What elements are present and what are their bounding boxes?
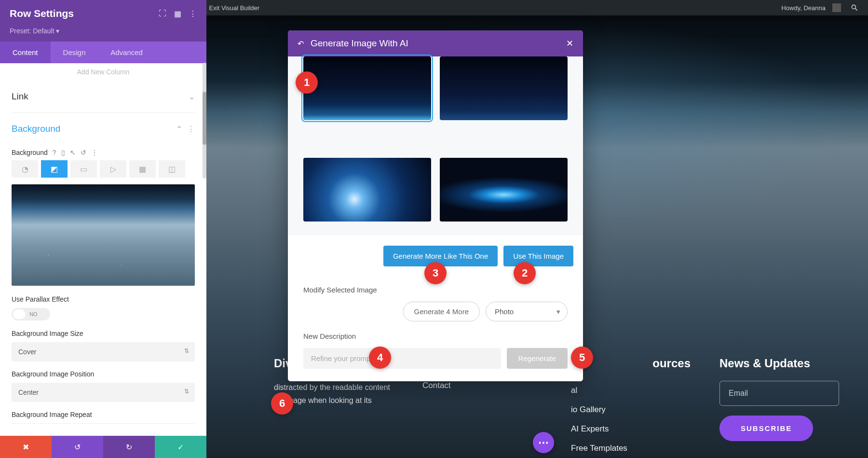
- background-preview[interactable]: [12, 184, 195, 286]
- section-background[interactable]: Background ⌃⋮: [12, 113, 195, 145]
- save-button[interactable]: ✓: [155, 436, 206, 458]
- bg-repeat-label: Background Image Repeat: [12, 411, 195, 418]
- annotation-badge-3: 3: [424, 262, 447, 284]
- email-field[interactable]: Email: [719, 381, 839, 406]
- prompt-input[interactable]: [303, 348, 501, 369]
- tab-advanced[interactable]: Advanced: [98, 42, 155, 63]
- cancel-button[interactable]: ✖: [0, 436, 52, 458]
- more-icon[interactable]: ⋮: [187, 125, 195, 133]
- help-icon[interactable]: ?: [53, 149, 56, 156]
- annotation-badge-2: 2: [514, 262, 536, 284]
- use-image-button[interactable]: Use This Image: [503, 246, 573, 266]
- panel-footer: ✖ ↺ ↻ ✓: [0, 436, 206, 458]
- bg-gradient-tab[interactable]: ◩: [41, 160, 68, 178]
- result-image-3[interactable]: [303, 158, 431, 222]
- more-icon[interactable]: ⋮: [91, 149, 98, 156]
- section-link[interactable]: Link ⌄: [12, 81, 195, 112]
- parallax-label: Use Parallax Effect: [12, 295, 195, 303]
- bg-size-select[interactable]: Cover: [12, 342, 195, 361]
- add-column[interactable]: Add New Column: [12, 63, 195, 81]
- bg-position-select[interactable]: Center: [12, 383, 195, 402]
- subscribe-button[interactable]: SUBSCRIBE: [719, 416, 813, 441]
- generate-4-more-button[interactable]: Generate 4 More: [403, 302, 480, 321]
- redo-button[interactable]: ↻: [103, 436, 155, 458]
- tab-content[interactable]: Content: [0, 42, 51, 63]
- avatar: [832, 3, 841, 12]
- help-fab[interactable]: ⋯: [533, 432, 554, 453]
- background-type-tabs: ◔ ◩ ▭ ▷ ▦ ◫: [12, 160, 195, 178]
- modal-header: ↶ Generate Image With AI ✕: [288, 30, 583, 56]
- panel-title: Row Settings: [10, 8, 74, 19]
- bg-pattern-tab[interactable]: ▦: [129, 160, 156, 178]
- exit-builder[interactable]: Exit Visual Builder: [204, 4, 265, 12]
- result-image-2[interactable]: [440, 56, 568, 120]
- reset-icon[interactable]: ↺: [81, 149, 86, 156]
- annotation-badge-1: 1: [296, 71, 318, 94]
- chevron-up-icon: ⌃: [176, 125, 182, 133]
- modal-title: Generate Image With AI: [311, 38, 559, 49]
- grid-icon[interactable]: ▦: [174, 9, 181, 18]
- ai-image-modal: ↶ Generate Image With AI ✕ Generate More…: [288, 30, 583, 381]
- image-results-grid: [288, 56, 583, 235]
- bg-size-label: Background Image Size: [12, 330, 195, 337]
- footer-link[interactable]: AI Experts: [571, 419, 691, 439]
- result-image-4[interactable]: [440, 158, 568, 222]
- bg-image-tab[interactable]: ▭: [70, 160, 97, 178]
- search-icon[interactable]: [846, 4, 863, 12]
- row-settings-panel: Row Settings ⛶ ▦ ⋮ Preset: Default ▾ Con…: [0, 0, 206, 458]
- bg-video-tab[interactable]: ▷: [100, 160, 126, 178]
- bg-color-tab[interactable]: ◔: [12, 160, 38, 178]
- new-description-label: New Description: [303, 332, 568, 340]
- footer-link[interactable]: al: [571, 381, 691, 400]
- more-icon[interactable]: ⋮: [189, 9, 197, 18]
- chevron-down-icon: ⌄: [189, 92, 195, 101]
- undo-button[interactable]: ↺: [52, 436, 103, 458]
- panel-tabs: Content Design Advanced: [0, 42, 206, 63]
- close-icon[interactable]: ✕: [566, 38, 573, 49]
- mobile-icon[interactable]: ▯: [61, 149, 65, 156]
- footer-link[interactable]: Free Templates: [571, 439, 691, 458]
- bg-position-label: Background Image Position: [12, 370, 195, 378]
- annotation-badge-6: 6: [271, 392, 293, 415]
- footer-link[interactable]: io Gallery: [571, 400, 691, 419]
- panel-body: Add New Column Link ⌄ Background ⌃⋮ Back…: [0, 63, 206, 436]
- back-icon[interactable]: ↶: [298, 39, 304, 48]
- scrollbar[interactable]: [203, 63, 206, 179]
- news-title: News & Updates: [719, 357, 839, 370]
- result-image-1[interactable]: [303, 56, 431, 120]
- hover-icon[interactable]: ↖: [70, 149, 76, 156]
- regenerate-button[interactable]: Regenerate: [507, 348, 568, 369]
- parallax-toggle[interactable]: NO: [12, 308, 50, 320]
- svg-point-3: [852, 5, 855, 9]
- howdy[interactable]: Howdy, Deanna: [776, 3, 846, 12]
- panel-header: Row Settings ⛶ ▦ ⋮: [0, 0, 206, 27]
- expand-icon[interactable]: ⛶: [159, 9, 166, 18]
- style-select[interactable]: Photo: [486, 302, 568, 321]
- tab-design[interactable]: Design: [51, 42, 98, 63]
- preset-selector[interactable]: Preset: Default ▾: [0, 27, 206, 42]
- background-label: Background ? ▯ ↖ ↺ ⋮: [12, 149, 195, 156]
- annotation-badge-5: 5: [571, 347, 593, 369]
- bg-mask-tab[interactable]: ◫: [159, 160, 185, 178]
- annotation-badge-4: 4: [369, 347, 391, 369]
- modify-label: Modify Selected Image: [303, 286, 568, 294]
